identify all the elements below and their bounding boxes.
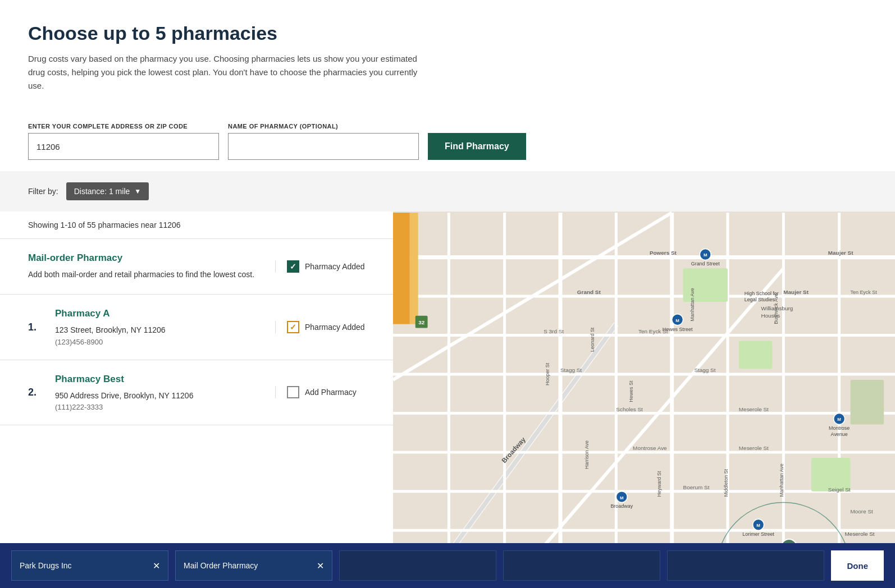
svg-text:Stagg St: Stagg St <box>694 367 715 373</box>
pharmacy-action-mail-order: ✓ Pharmacy Added <box>275 260 376 273</box>
pharmacy-slot-5 <box>667 550 824 581</box>
bottom-bar: Park Drugs Inc ✕ Mail Order Pharmacy ✕ D… <box>0 543 895 588</box>
pharmacy-slot-1: Park Drugs Inc ✕ <box>11 550 168 581</box>
main-area: Showing 1-10 of 55 pharmacies near 11206… <box>0 212 895 588</box>
svg-text:Hewes St: Hewes St <box>628 380 634 402</box>
pharmacy-checkbox-a[interactable]: ✓ <box>287 321 299 333</box>
pharmacy-action-a: ✓ Pharmacy Added <box>275 321 376 333</box>
svg-text:Meserole St: Meserole St <box>739 406 769 412</box>
pharmacy-info-best: Pharmacy Best 950 Address Drive, Brookly… <box>55 374 264 411</box>
svg-text:Hooper St: Hooper St <box>545 362 550 385</box>
svg-text:Maujer St: Maujer St <box>783 289 809 295</box>
filter-label: Filter by: <box>28 187 58 196</box>
svg-rect-23 <box>739 341 773 369</box>
svg-rect-27 <box>410 213 418 324</box>
distance-filter-button[interactable]: Distance: 1 mile ▼ <box>66 182 149 200</box>
results-count: Showing 1-10 of 55 pharmacies near 11206 <box>0 212 393 239</box>
pharmacy-number-best: 2. <box>28 387 44 398</box>
find-pharmacy-button[interactable]: Find Pharmacy <box>428 133 526 160</box>
svg-text:Williamsburg: Williamsburg <box>761 305 793 311</box>
svg-text:Manhattan Ave: Manhattan Ave <box>689 288 695 321</box>
svg-text:M: M <box>837 417 841 422</box>
svg-text:Leonard St: Leonard St <box>590 327 595 352</box>
svg-text:Grand Street: Grand Street <box>691 261 720 267</box>
svg-text:Montrose Ave: Montrose Ave <box>633 445 667 451</box>
pharmacy-checkbox-best[interactable] <box>287 386 299 398</box>
pharmacy-action-label-best: Add Pharmacy <box>305 388 357 397</box>
pharmacy-phone-a: (123)456-8900 <box>55 338 264 346</box>
pharmacy-number-a: 1. <box>28 321 44 333</box>
pharmacy-action-label-a: Pharmacy Added <box>305 323 365 332</box>
svg-text:M: M <box>675 318 679 323</box>
pharmacy-name-input[interactable] <box>228 133 419 160</box>
search-row: ENTER YOUR COMPLETE ADDRESS OR ZIP CODE … <box>28 123 867 160</box>
pharmacy-item-mail-order: Mail-order Pharmacy Add both mail-order … <box>0 239 393 295</box>
svg-text:Seigel St: Seigel St <box>828 486 851 493</box>
checkmark-icon-mail-order: ✓ <box>290 263 296 270</box>
page-description: Drug costs vary based on the pharmacy yo… <box>28 52 432 93</box>
slot-2-label: Mail Order Pharmacy <box>184 561 258 570</box>
svg-text:Heyward St: Heyward St <box>656 471 662 497</box>
svg-rect-25 <box>851 380 884 424</box>
pharmacy-slot-4 <box>503 550 660 581</box>
svg-text:M: M <box>756 523 760 528</box>
svg-text:Legal Studies: Legal Studies <box>745 297 775 302</box>
svg-text:M: M <box>704 252 707 258</box>
svg-text:M: M <box>620 495 624 500</box>
pharmacy-name-field: NAME OF PHARMACY (OPTIONAL) <box>228 123 419 160</box>
svg-text:Houses: Houses <box>761 313 780 319</box>
svg-text:Boerum St: Boerum St <box>683 484 710 490</box>
pharmacy-slot-3 <box>339 550 496 581</box>
checkmark-icon-a: ✓ <box>290 323 296 331</box>
search-section: ENTER YOUR COMPLETE ADDRESS OR ZIP CODE … <box>0 109 895 171</box>
pharmacy-item-a: 1. Pharmacy A 123 Street, Brooklyn, NY 1… <box>0 295 393 360</box>
map-area: 32 Powers St Maujer St Maujer St Grand S… <box>393 212 895 588</box>
page-wrapper: Choose up to 5 pharmacies Drug costs var… <box>0 0 895 588</box>
svg-text:Grand St: Grand St <box>577 289 601 295</box>
svg-text:S 3rd St: S 3rd St <box>544 328 564 334</box>
page-title: Choose up to 5 pharmacies <box>28 22 867 44</box>
svg-text:Hewes Street: Hewes Street <box>663 327 693 332</box>
svg-text:Ten Eyck St: Ten Eyck St <box>851 290 878 295</box>
pharmacy-action-label-mail-order: Pharmacy Added <box>305 262 365 271</box>
done-button[interactable]: Done <box>831 550 884 581</box>
svg-text:Avenue: Avenue <box>831 431 848 437</box>
pharmacy-name-mail-order[interactable]: Mail-order Pharmacy <box>28 252 264 264</box>
pharmacy-address-best: 950 Address Drive, Brooklyn, NY 11206 <box>55 389 264 402</box>
pharmacy-list: Showing 1-10 of 55 pharmacies near 11206… <box>0 212 393 588</box>
pharmacy-item-best: 2. Pharmacy Best 950 Address Drive, Broo… <box>0 360 393 425</box>
svg-text:Scholes St: Scholes St <box>616 406 643 412</box>
svg-text:Manhattan Ave: Manhattan Ave <box>779 463 784 497</box>
pharmacy-action-best: Add Pharmacy <box>275 386 376 398</box>
pharmacy-name-best[interactable]: Pharmacy Best <box>55 374 264 385</box>
chevron-down-icon: ▼ <box>134 187 141 195</box>
svg-text:Meserole St: Meserole St <box>845 531 875 537</box>
pharmacy-description-mail-order: Add both mail-order and retail pharmacie… <box>28 268 264 281</box>
slot-2-close-button[interactable]: ✕ <box>317 561 324 571</box>
svg-text:Harrison Ave: Harrison Ave <box>584 440 590 469</box>
svg-text:Meserole St: Meserole St <box>739 445 769 451</box>
slot-1-label: Park Drugs Inc <box>20 561 72 570</box>
address-field: ENTER YOUR COMPLETE ADDRESS OR ZIP CODE <box>28 123 219 160</box>
svg-text:Middleton St: Middleton St <box>723 468 729 497</box>
svg-text:Broadway: Broadway <box>610 503 633 509</box>
address-input[interactable] <box>28 133 219 160</box>
svg-rect-26 <box>393 213 410 324</box>
pharmacy-checkbox-mail-order[interactable]: ✓ <box>287 260 299 273</box>
filter-section: Filter by: Distance: 1 mile ▼ <box>0 171 895 212</box>
svg-text:Moore St: Moore St <box>851 508 873 514</box>
pharmacy-info-mail-order: Mail-order Pharmacy Add both mail-order … <box>28 252 264 281</box>
svg-text:Powers St: Powers St <box>650 250 677 256</box>
pharmacy-name-label: NAME OF PHARMACY (OPTIONAL) <box>228 123 419 130</box>
svg-text:Montrose: Montrose <box>829 425 850 431</box>
top-section: Choose up to 5 pharmacies Drug costs var… <box>0 0 895 109</box>
svg-text:Stagg St: Stagg St <box>560 367 582 373</box>
pharmacy-phone-best: (111)222-3333 <box>55 403 264 411</box>
slot-1-close-button[interactable]: ✕ <box>153 561 160 571</box>
address-label: ENTER YOUR COMPLETE ADDRESS OR ZIP CODE <box>28 123 219 130</box>
svg-text:High School for: High School for <box>745 291 779 296</box>
pharmacy-name-a[interactable]: Pharmacy A <box>55 308 264 319</box>
svg-text:Lorimer Street: Lorimer Street <box>742 531 774 537</box>
pharmacy-slot-2: Mail Order Pharmacy ✕ <box>175 550 332 581</box>
pharmacy-info-a: Pharmacy A 123 Street, Brooklyn, NY 1120… <box>55 308 264 346</box>
